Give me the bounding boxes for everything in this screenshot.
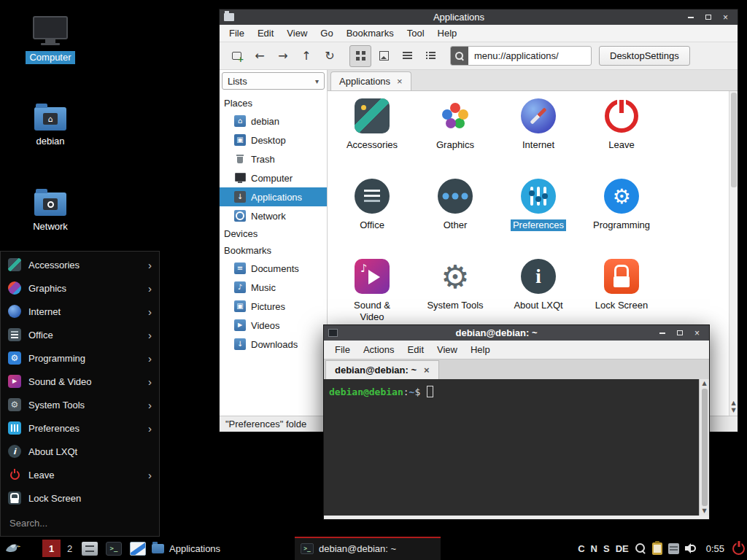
window-resize-edge[interactable] [324,516,709,519]
desktop-settings-button[interactable]: DesktopSettings [599,46,690,66]
menu-tool[interactable]: Tool [400,25,431,42]
desktop-icon-debian[interactable]: ⌂ debian [14,101,87,148]
workspace-1-button[interactable]: 1 [42,540,61,557]
scroll-down-icon[interactable]: ▼ [731,407,735,414]
menu-item-about-lxqt[interactable]: About LXQt [1,440,159,463]
thumbnail-view-button[interactable] [373,45,395,67]
keyboard-layout-indicator[interactable]: DE [616,543,629,554]
menu-edit[interactable]: Edit [401,341,430,359]
power-button[interactable] [732,542,745,555]
minimize-button[interactable] [683,12,698,23]
up-button[interactable]: ↑ [295,45,317,67]
icon-view-button[interactable] [349,45,371,67]
tab-close-icon[interactable]: × [424,365,430,376]
menu-view[interactable]: View [430,341,464,359]
grid-item-leave[interactable]: Leave [581,98,662,179]
clipboard-icon[interactable] [652,542,662,555]
terminal-scrollbar[interactable]: ▲ ▼ [699,379,709,516]
menu-item-leave[interactable]: Leave› [1,463,159,486]
task-button-applications[interactable]: Applications [146,537,292,560]
sidebar-item-music[interactable]: Music [220,278,327,297]
new-tab-button[interactable] [225,45,247,67]
terminal-titlebar[interactable]: debian@debian: ~ × [324,325,709,341]
task-button-terminal[interactable]: debian@debian: ~ [295,537,441,560]
search-icon[interactable] [451,47,468,65]
menu-item-system-tools[interactable]: System Tools› [1,393,159,416]
vertical-scrollbar[interactable]: ▲ ▼ [729,91,738,416]
tab-close-icon[interactable]: × [397,76,403,87]
refresh-button[interactable]: ↻ [319,45,341,67]
scroll-down-icon[interactable]: ▼ [702,508,706,515]
scrollbar-thumb[interactable] [731,93,737,187]
minimize-button[interactable] [654,327,670,338]
close-button[interactable]: × [689,327,705,338]
desktop-icon-network[interactable]: Network [14,187,87,233]
grid-item-internet[interactable]: Internet [498,98,578,179]
sidebar-item-documents[interactable]: Documents [220,259,327,278]
menu-edit[interactable]: Edit [251,25,280,42]
sidebar-item-pictures[interactable]: Pictures [220,297,327,316]
magnifier-icon[interactable] [635,542,646,554]
grid-item-office[interactable]: Office [332,179,412,259]
package-icon[interactable] [668,543,679,554]
grid-item-other[interactable]: Other [415,179,495,259]
menu-file[interactable]: File [328,341,357,359]
back-button[interactable]: ← [249,45,271,67]
menu-help[interactable]: Help [464,341,497,359]
detailed-view-button[interactable] [419,45,441,67]
menu-item-preferences[interactable]: Preferences› [1,416,159,440]
menu-help[interactable]: Help [431,25,464,42]
sidebar-mode-select[interactable]: Lists ▾ [222,72,325,90]
menu-bookmarks[interactable]: Bookmarks [340,25,400,42]
grid-item-accessories[interactable]: Accessories [332,98,412,179]
sidebar-item-debian[interactable]: debian [220,112,327,131]
chevron-down-icon: ▾ [315,77,319,85]
sidebar-item-downloads[interactable]: Downloads [220,335,327,354]
tab-applications[interactable]: Applications × [330,71,411,90]
places-tree: Places debian Desktop Trash Computer App… [220,92,327,416]
text-editor-launcher-icon[interactable] [130,542,146,556]
workspace-2-button[interactable]: 2 [61,540,79,557]
menu-go[interactable]: Go [314,25,339,42]
lxqt-menu-button[interactable] [2,539,23,558]
sidebar-item-videos[interactable]: Videos [220,316,327,335]
menu-actions[interactable]: Actions [357,341,401,359]
maximize-button[interactable] [700,12,716,23]
office-icon [8,328,21,341]
maximize-button[interactable] [672,327,687,338]
menu-item-office[interactable]: Office› [1,323,159,346]
scroll-up-icon[interactable]: ▲ [731,400,735,407]
menu-item-programming[interactable]: Programming› [1,346,159,370]
grid-item-preferences[interactable]: Preferences [498,179,578,259]
compact-view-button[interactable] [396,45,418,67]
scrollbar-thumb[interactable] [702,389,708,506]
volume-icon[interactable] [685,542,698,554]
menu-item-internet[interactable]: Internet› [1,300,159,323]
grid-item-programming[interactable]: Programming [581,179,662,259]
file-manager-titlebar[interactable]: Applications × [220,9,738,25]
menu-item-sound-video[interactable]: Sound & Video› [1,370,159,393]
desktop-icon-computer[interactable]: Computer [14,16,87,64]
clock[interactable]: 0:55 [706,543,724,554]
menu-item-lock-screen[interactable]: Lock Screen [1,486,159,510]
sidebar-item-trash[interactable]: Trash [220,149,327,168]
address-bar[interactable]: menu://applications/ [450,46,592,66]
menu-item-graphics[interactable]: Graphics› [1,276,159,300]
grid-item-graphics[interactable]: Graphics [415,98,495,179]
folder-icon [152,544,164,553]
menu-item-accessories[interactable]: Accessories› [1,253,159,276]
menu-file[interactable]: File [222,25,251,42]
forward-button[interactable]: → [272,45,294,67]
file-manager-launcher-icon[interactable] [82,542,98,556]
terminal-screen[interactable]: debian@debian:~$ ▲ ▼ [324,379,709,516]
terminal-launcher-icon[interactable] [106,542,122,556]
sidebar-item-network[interactable]: Network [220,206,327,225]
sidebar-item-computer[interactable]: Computer [220,168,327,187]
menu-view[interactable]: View [280,25,314,42]
close-button[interactable]: × [718,12,733,23]
scroll-up-icon[interactable]: ▲ [702,380,706,387]
sidebar-item-desktop[interactable]: Desktop [220,131,327,149]
sidebar-item-applications[interactable]: Applications [220,187,327,206]
menu-search-input[interactable] [9,518,150,529]
terminal-tab[interactable]: debian@debian: ~ × [325,360,439,379]
